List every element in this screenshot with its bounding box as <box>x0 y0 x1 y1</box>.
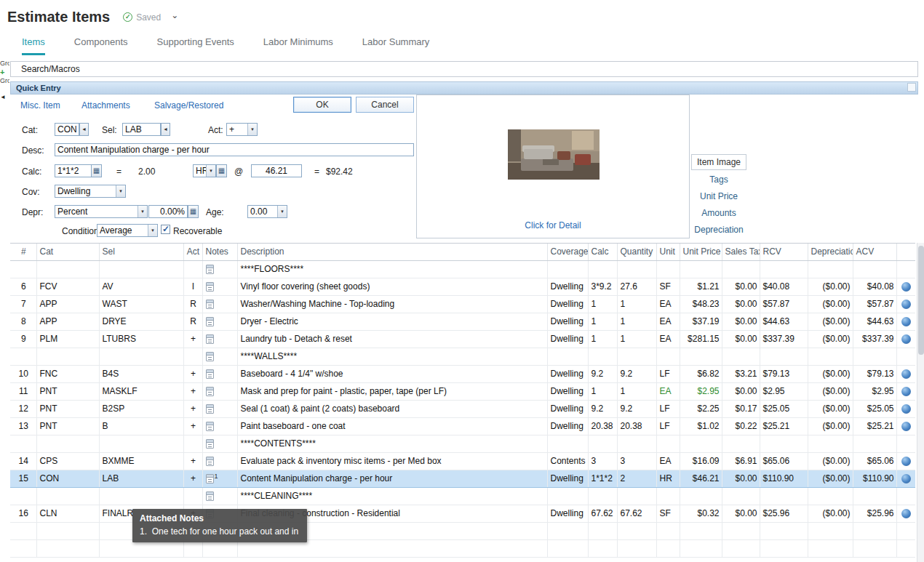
quick-entry-link-misc-item[interactable]: Misc. Item <box>20 100 60 111</box>
image-panel-tab-unit-price[interactable]: Unit Price <box>691 191 746 201</box>
age-dropdown[interactable]: 0.00 <box>247 205 287 218</box>
desc-input[interactable]: Content Manipulation charge - per hour <box>55 143 414 156</box>
unit-grid-icon[interactable] <box>216 164 227 177</box>
table-row-group[interactable]: ****CONTENTS**** <box>10 435 915 452</box>
depreciation-type-dropdown[interactable]: Percent <box>55 205 148 218</box>
note-icon[interactable] <box>206 474 214 483</box>
unit-dropdown[interactable]: HR <box>193 164 216 177</box>
collapsed-groups-panel[interactable]: Gro Gro <box>0 60 9 100</box>
tab-supporting-events[interactable]: Supporting Events <box>157 36 234 55</box>
vertical-scrollbar[interactable] <box>917 243 924 562</box>
image-panel-tab-item-image[interactable]: Item Image <box>691 154 746 170</box>
depreciation-calculator-icon[interactable] <box>188 205 199 218</box>
column-header-notes[interactable]: Notes <box>202 244 237 260</box>
info-icon[interactable] <box>901 369 911 379</box>
cat-input[interactable]: CON <box>55 123 79 136</box>
note-icon[interactable] <box>206 334 214 344</box>
quick-entry-link-salvage-restored[interactable]: Salvage/Restored <box>154 100 223 111</box>
note-icon[interactable] <box>206 265 214 274</box>
tab-labor-summary[interactable]: Labor Summary <box>362 36 429 55</box>
column-header-unit[interactable]: Unit <box>656 244 680 260</box>
cancel-button[interactable]: Cancel <box>356 97 414 113</box>
cat-lookup-button[interactable] <box>79 123 89 136</box>
table-row-item-10[interactable]: 10FNCB4S+Baseboard - 4 1/4" w/shoeDwelli… <box>10 365 915 382</box>
table-row-item-14[interactable]: 14CPSBXMME+Evaluate pack & inventory mis… <box>10 452 915 470</box>
note-icon[interactable] <box>206 369 214 379</box>
tab-components[interactable]: Components <box>74 36 128 55</box>
panel-collapse-arrow-icon[interactable] <box>0 94 6 100</box>
info-icon[interactable] <box>901 457 911 466</box>
info-icon[interactable] <box>901 300 911 309</box>
column-header-act[interactable]: Act <box>183 244 202 260</box>
calculator-icon[interactable] <box>91 164 102 177</box>
table-row-item-8[interactable]: 8APPDRYERDryer - ElectricDwelling11EA$37… <box>10 313 915 330</box>
act-dropdown[interactable]: + <box>226 123 258 136</box>
item-image[interactable] <box>508 129 600 180</box>
column-header-acv[interactable]: ACV <box>853 244 896 260</box>
condition-dropdown[interactable]: Average <box>97 224 158 237</box>
table-row-group[interactable]: ****WALLS**** <box>10 348 915 365</box>
column-header-sales-tax[interactable]: Sales Tax <box>722 244 760 260</box>
note-icon[interactable] <box>206 491 214 501</box>
image-panel-tab-tags[interactable]: Tags <box>691 174 746 185</box>
column-header-rcv[interactable]: RCV <box>760 244 808 260</box>
cell-cat: CLN <box>36 505 99 522</box>
info-icon[interactable] <box>901 474 911 483</box>
column-header-coverage[interactable]: Coverage <box>547 244 588 260</box>
depreciation-percent-input[interactable]: 0.00% <box>148 205 188 218</box>
column-header-cat[interactable]: Cat <box>36 244 99 260</box>
note-icon[interactable] <box>206 404 214 414</box>
info-icon[interactable] <box>901 334 911 344</box>
info-icon[interactable] <box>901 422 911 431</box>
note-icon[interactable] <box>206 457 214 466</box>
column-header-quantity[interactable]: Quantity <box>617 244 656 260</box>
click-for-detail-link[interactable]: Click for Detail <box>417 220 689 230</box>
cell-sales-tax <box>722 522 760 539</box>
table-row-item-12[interactable]: 12PNTB2SP+Seal (1 coat) & paint (2 coats… <box>10 400 915 417</box>
info-icon[interactable] <box>901 317 911 326</box>
recoverable-checkbox[interactable] <box>161 225 170 234</box>
table-row-item-11[interactable]: 11PNTMASKLF+Mask and prep for paint - pl… <box>10 382 915 400</box>
saved-chevron-icon[interactable] <box>171 12 178 23</box>
coverage-dropdown[interactable]: Dwelling <box>55 185 126 198</box>
note-icon[interactable] <box>206 282 214 292</box>
sel-input[interactable]: LAB <box>122 123 161 136</box>
table-row-item-7[interactable]: 7APPWASTRWasher/Washing Machine - Top-lo… <box>10 295 915 313</box>
tab-labor-minimums[interactable]: Labor Minimums <box>263 36 333 55</box>
quick-entry-link-attachments[interactable]: Attachments <box>81 100 130 111</box>
column-header-calc[interactable]: Calc <box>588 244 617 260</box>
column-header-description[interactable]: Description <box>237 244 547 260</box>
sel-lookup-button[interactable] <box>161 123 170 136</box>
column-header-depreciation[interactable]: Depreciation <box>808 244 853 260</box>
add-group-icon[interactable] <box>0 68 4 76</box>
image-panel-tab-amounts[interactable]: Amounts <box>691 208 746 218</box>
note-icon[interactable] <box>206 352 214 361</box>
rate-input[interactable]: 46.21 <box>251 164 302 177</box>
quick-entry-collapse-button[interactable] <box>907 83 916 92</box>
note-icon[interactable] <box>206 317 214 326</box>
column-header-icons[interactable] <box>896 244 915 260</box>
table-row-item-13[interactable]: 13PNTB+Paint baseboard - one coatDwellin… <box>10 417 915 435</box>
info-icon[interactable] <box>901 387 911 396</box>
info-icon[interactable] <box>901 282 911 292</box>
column-header-unit-price[interactable]: Unit Price <box>680 244 722 260</box>
image-panel-tab-depreciation[interactable]: Depreciation <box>691 225 746 235</box>
column-header-sel[interactable]: Sel <box>99 244 183 260</box>
info-icon[interactable] <box>901 509 911 518</box>
note-icon[interactable] <box>206 439 214 449</box>
note-icon[interactable] <box>206 387 214 396</box>
tab-items[interactable]: Items <box>22 36 45 55</box>
table-row-item-6[interactable]: 6FCVAVIVinyl floor covering (sheet goods… <box>10 278 915 295</box>
table-row-item-15[interactable]: 15CONLAB+1Content Manipulation charge - … <box>10 470 915 487</box>
calc-input[interactable]: 1*1*2 <box>55 164 92 177</box>
table-row-group[interactable]: ****CLEANING**** <box>10 487 915 505</box>
column-header-[interactable]: # <box>10 244 36 260</box>
ok-button[interactable]: OK <box>293 97 351 113</box>
table-row-item-9[interactable]: 9PLMLTUBRS+Laundry tub - Detach & resetD… <box>10 330 915 348</box>
scrollbar-thumb[interactable] <box>918 246 924 355</box>
search-macros-bar[interactable]: Search/Macros <box>10 61 918 77</box>
info-icon[interactable] <box>901 404 911 414</box>
note-icon[interactable] <box>206 300 214 309</box>
table-row-group[interactable]: ****FLOORS**** <box>10 260 915 278</box>
note-icon[interactable] <box>206 422 214 431</box>
